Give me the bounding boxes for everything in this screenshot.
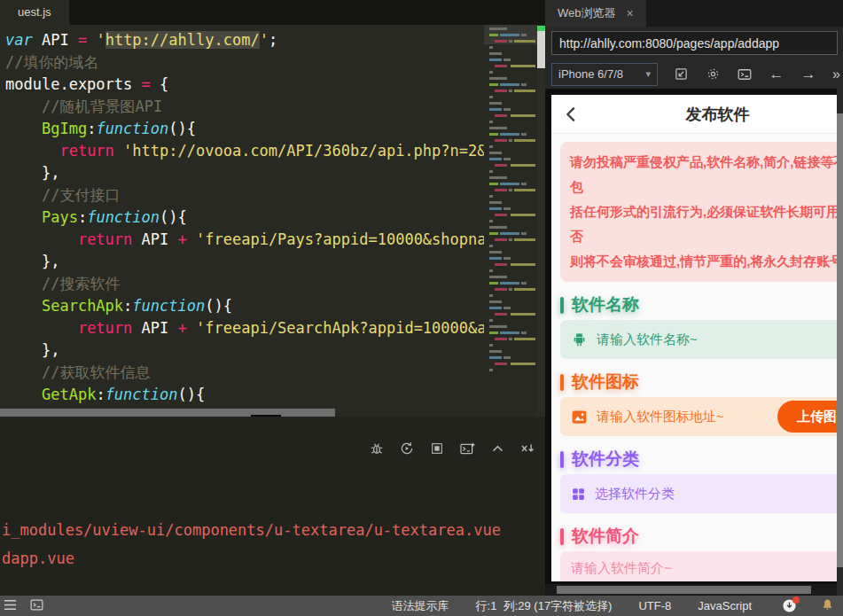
clear-console-icon[interactable] [519, 440, 536, 457]
section-accent-bar [560, 374, 564, 391]
grid-icon [571, 487, 586, 502]
android-icon [571, 331, 588, 348]
image-icon [571, 409, 588, 425]
statusbar: 语法提示库行:1 列:29 (17字符被选择)UTF-8JavaScript [0, 596, 843, 616]
code-line[interactable]: return API + 'freeapi/Pays?appid=10000&s… [5, 229, 484, 251]
console-log-line[interactable]: i_modules/uview-ui/components/u-textarea… [2, 516, 501, 544]
placeholder-text: 请输入软件简介~ [571, 560, 672, 575]
statusbar-item[interactable]: 语法提示库 [392, 598, 449, 614]
placeholder-text: 请输入软件名称~ [597, 331, 698, 348]
text-input-row[interactable]: 请输入软件图标地址~上传图片 [560, 397, 843, 436]
browser-toolbar-icons: ← → [672, 66, 817, 83]
section-heading: 软件分类 [560, 448, 843, 471]
minimap[interactable] [484, 27, 537, 414]
notification-dot [792, 597, 800, 604]
console-toolbar [368, 440, 536, 457]
mobile-navbar: 发布软件 [551, 95, 843, 134]
form-page: 请勿投稿严重侵权产品,软件名称,简介,链接等不得包括任何形式的引流行为,必须保证… [551, 142, 843, 581]
close-icon[interactable]: × [627, 6, 634, 20]
forward-arrow-icon[interactable]: → [800, 66, 817, 83]
device-select[interactable]: iPhone 6/7/8 ▾ [551, 63, 658, 86]
statusbar-item[interactable]: 行:1 列:29 (17字符被选择) [476, 598, 613, 614]
form-sections: 软件名称请输入软件名称~软件图标请输入软件图标地址~上传图片软件分类选择软件分类… [560, 293, 843, 581]
section-accent-bar [560, 297, 564, 314]
code-line[interactable]: //支付接口 [5, 184, 484, 207]
section-accent-bar [560, 451, 564, 468]
console-panel: i_modules/uview-ui/components/u-textarea… [0, 417, 545, 596]
preview-vertical-scroll-thumb[interactable] [837, 113, 843, 567]
bell-icon[interactable] [821, 598, 834, 614]
url-input[interactable] [551, 31, 838, 55]
preview-horizontal-scrollbar[interactable] [545, 584, 837, 596]
mobile-viewport: 发布软件 请勿投稿严重侵权产品,软件名称,简介,链接等不得包括任何形式的引流行为… [551, 95, 843, 581]
code-line[interactable]: //填你的域名 [5, 51, 484, 74]
text-input-row[interactable]: 请输入软件名称~ [560, 320, 843, 359]
download-update-icon[interactable] [782, 598, 798, 613]
section-heading: 软件简介 [560, 525, 843, 548]
statusbar-right-icons [782, 598, 834, 614]
preview-vertical-scrollbar[interactable] [837, 89, 843, 596]
device-select-value: iPhone 6/7/8 [558, 67, 623, 81]
editor-vertical-scroll-thumb[interactable] [537, 31, 545, 68]
code-line[interactable]: //获取软件信息 [5, 362, 484, 384]
editor-vertical-scrollbar[interactable] [537, 25, 545, 417]
stop-icon[interactable] [428, 440, 446, 457]
placeholder-text: 请输入软件图标地址~ [597, 409, 724, 425]
collapse-panel-icon[interactable] [488, 440, 506, 457]
menu-lines-icon[interactable] [4, 599, 17, 613]
back-arrow-icon[interactable]: ← [768, 66, 785, 83]
editor-pane: uest.js var API = 'http://ahlly.com/';//… [0, 0, 545, 596]
code-line[interactable]: Pays:function(){ [5, 207, 484, 229]
code-line[interactable]: BgImg:function(){ [5, 118, 484, 140]
editor-tabbar: uest.js [0, 0, 545, 25]
statusbar-item[interactable]: UTF-8 [638, 599, 671, 612]
chevron-down-icon: ▾ [645, 68, 651, 80]
console-logs[interactable]: i_modules/uview-ui/components/u-textarea… [2, 516, 501, 573]
debug-bug-icon[interactable] [368, 440, 386, 457]
page-preview: 发布软件 请勿投稿严重侵权产品,软件名称,简介,链接等不得包括任何形式的引流行为… [545, 89, 843, 596]
more-chevrons-icon[interactable]: » [832, 66, 840, 82]
browser-toolbar: iPhone 6/7/8 ▾ ← → » [545, 27, 843, 89]
browser-tab[interactable]: Web浏览器 × [545, 0, 646, 27]
code-line[interactable]: var API = 'http://ahlly.com/'; [5, 29, 484, 51]
code-area[interactable]: var API = 'http://ahlly.com/';//填你的域名mod… [5, 29, 484, 406]
device-row: iPhone 6/7/8 ▾ ← → » [551, 62, 840, 86]
code-line[interactable]: return API + 'freeapi/SearchApk?appid=10… [5, 317, 484, 339]
editor-horizontal-scroll-thumb[interactable] [0, 409, 335, 417]
warning-box: 请勿投稿严重侵权产品,软件名称,简介,链接等不得包括任何形式的引流行为,必须保证… [560, 142, 843, 282]
statusbar-left-icons [4, 597, 44, 615]
browser-tabbar: Web浏览器 × [545, 0, 843, 27]
new-terminal-icon[interactable] [458, 440, 476, 457]
open-external-icon[interactable] [672, 66, 690, 82]
settings-gear-icon[interactable] [704, 66, 722, 82]
category-select-row[interactable]: 选择软件分类 [560, 474, 843, 513]
code-editor[interactable]: var API = 'http://ahlly.com/';//填你的域名mod… [0, 25, 545, 417]
console-terminal-icon[interactable] [736, 66, 753, 82]
preview-horizontal-scroll-thumb[interactable] [557, 586, 811, 594]
code-line[interactable]: //随机背景图API [5, 96, 484, 118]
upload-image-button[interactable]: 上传图片 [777, 401, 843, 433]
browser-tab-label: Web浏览器 [558, 5, 616, 21]
code-line[interactable]: }, [5, 251, 484, 273]
section-heading: 软件图标 [560, 370, 843, 394]
code-line[interactable]: GetApk:function(){ [5, 384, 484, 406]
statusbar-item[interactable]: JavaScript [698, 599, 752, 612]
intro-textarea[interactable]: 请输入软件简介~ [560, 551, 843, 581]
section-accent-bar [560, 528, 564, 545]
statusbar-items: 语法提示库行:1 列:29 (17字符被选择)UTF-8JavaScript [392, 598, 752, 614]
placeholder-text: 选择软件分类 [595, 486, 675, 503]
code-line[interactable]: SearchApk:function(){ [5, 295, 484, 317]
code-line[interactable]: return 'http://ovooa.com/API/360bz/api.p… [5, 140, 484, 162]
back-chevron-icon[interactable] [562, 105, 582, 124]
terminal-box-icon[interactable] [29, 597, 44, 615]
code-line[interactable]: }, [5, 339, 484, 362]
code-line[interactable]: //搜索软件 [5, 273, 484, 295]
editor-tab-request-js[interactable]: uest.js [0, 0, 69, 25]
page-title: 发布软件 [551, 95, 843, 134]
restart-icon[interactable] [398, 440, 416, 457]
browser-pane: Web浏览器 × iPhone 6/7/8 ▾ ← → [545, 0, 843, 596]
section-heading: 软件名称 [560, 293, 843, 316]
code-line[interactable]: module.exports = { [5, 74, 484, 96]
code-line[interactable]: }, [5, 162, 484, 184]
console-log-line[interactable]: dapp.vue [2, 544, 501, 573]
